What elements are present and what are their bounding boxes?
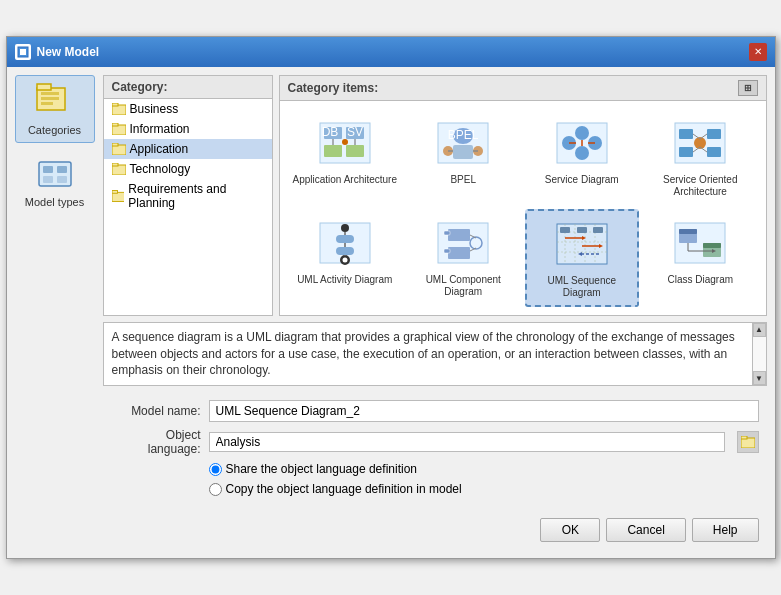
radio-row-2: Copy the object language definition in m… [209,482,759,496]
object-language-select[interactable]: Analysis [209,432,725,452]
category-item-business[interactable]: Business [104,99,272,119]
sidebar-item-model-types[interactable]: Model types [15,147,95,215]
svg-rect-51 [679,147,693,157]
folder-icon-business [112,103,126,115]
svg-text:BPEL: BPEL [448,128,479,142]
item-uml-activity[interactable]: UML Activity Diagram [288,209,403,307]
uml-activity-label: UML Activity Diagram [297,274,392,286]
items-panel: Category items: ⊞ [279,75,767,316]
scroll-track [753,337,766,371]
model-types-label: Model types [25,196,84,208]
item-service-diagram[interactable]: Service Diagram [525,109,640,205]
description-text: A sequence diagram is a UML diagram that… [112,330,735,378]
close-button[interactable]: ✕ [749,43,767,61]
object-language-row: Object language: Analysis [111,428,759,456]
category-label-application: Application [130,142,189,156]
svg-rect-69 [444,231,450,235]
model-name-label: Model name: [111,404,201,418]
items-grid: DB SV Application Architecture [280,101,766,315]
svg-rect-84 [577,227,587,233]
object-language-label: Object language: [111,428,201,456]
service-oriented-icon [673,116,727,170]
grid-view-button[interactable]: ⊞ [738,80,758,96]
scroll-down-button[interactable]: ▼ [753,371,766,385]
service-diagram-icon [555,116,609,170]
svg-text:DB: DB [321,125,338,139]
sidebar-item-categories[interactable]: Categories [15,75,95,143]
copy-radio[interactable] [209,483,222,496]
svg-rect-4 [41,92,59,95]
share-radio-label[interactable]: Share the object language definition [209,462,417,476]
svg-rect-5 [41,97,59,100]
bpel-label: BPEL [450,174,476,186]
item-uml-sequence[interactable]: UML Sequence Diagram [525,209,640,307]
uml-sequence-icon [555,217,609,271]
svg-rect-3 [37,84,51,90]
app-arch-label: Application Architecture [293,174,398,186]
category-header: Category: [104,76,272,99]
svg-rect-10 [43,176,53,183]
items-header: Category items: ⊞ [280,76,766,101]
dialog-body: Categories Model types [7,67,775,558]
svg-rect-85 [593,227,603,233]
svg-point-44 [575,146,589,160]
ok-button[interactable]: OK [540,518,600,542]
scroll-up-button[interactable]: ▲ [753,323,766,337]
category-item-technology[interactable]: Technology [104,159,272,179]
help-button[interactable]: Help [692,518,759,542]
share-radio[interactable] [209,463,222,476]
svg-rect-71 [444,249,450,253]
svg-rect-19 [112,163,118,166]
item-bpel[interactable]: BPEL BPEL [406,109,521,205]
svg-rect-52 [707,147,721,157]
object-language-select-wrapper: Analysis [209,432,725,452]
svg-rect-49 [679,129,693,139]
copy-radio-text: Copy the object language definition in m… [226,482,462,496]
svg-point-43 [575,126,589,140]
category-item-requirements[interactable]: Requirements and Planning [104,179,272,213]
description-panel: A sequence diagram is a UML diagram that… [103,322,767,386]
item-service-oriented[interactable]: Service Oriented Architecture [643,109,758,205]
radio-row-1: Share the object language definition [209,462,759,476]
svg-rect-34 [453,145,473,159]
description-scrollbar: ▲ ▼ [752,323,766,385]
panels-row: Category: Business Information Applicati… [103,75,767,316]
app-arch-icon: DB SV [318,116,372,170]
title-bar: New Model ✕ [7,37,775,67]
category-item-information[interactable]: Information [104,119,272,139]
svg-rect-96 [703,243,721,248]
item-app-arch[interactable]: DB SV Application Architecture [288,109,403,205]
categories-label: Categories [28,124,81,136]
folder-icon-information [112,123,126,135]
svg-text:SV: SV [347,125,363,139]
service-diagram-label: Service Diagram [545,174,619,186]
model-name-row: Model name: [111,400,759,422]
category-panel: Category: Business Information Applicati… [103,75,273,316]
cancel-button[interactable]: Cancel [606,518,685,542]
category-label-information: Information [130,122,190,136]
category-label-requirements: Requirements and Planning [128,182,263,210]
folder-icon-technology [112,163,126,175]
category-item-application[interactable]: Application [104,139,272,159]
svg-rect-1 [20,49,26,55]
svg-rect-50 [707,129,721,139]
object-language-browse-button[interactable] [737,431,759,453]
item-class-diagram[interactable]: Class Diagram [643,209,758,307]
svg-rect-61 [336,247,354,255]
svg-point-63 [342,257,347,262]
bpel-icon: BPEL [436,116,490,170]
item-uml-component[interactable]: UML Component Diagram [406,209,521,307]
copy-radio-label[interactable]: Copy the object language definition in m… [209,482,462,496]
items-header-label: Category items: [288,81,379,95]
svg-rect-8 [43,166,53,173]
category-label-technology: Technology [130,162,191,176]
svg-rect-17 [112,143,118,146]
svg-rect-25 [324,145,342,157]
model-name-input[interactable] [209,400,759,422]
title-bar-left: New Model [15,44,100,60]
svg-rect-9 [57,166,67,173]
button-row: OK Cancel Help [103,510,767,550]
service-oriented-label: Service Oriented Architecture [648,174,753,198]
svg-rect-101 [741,436,747,439]
svg-rect-15 [112,123,118,126]
